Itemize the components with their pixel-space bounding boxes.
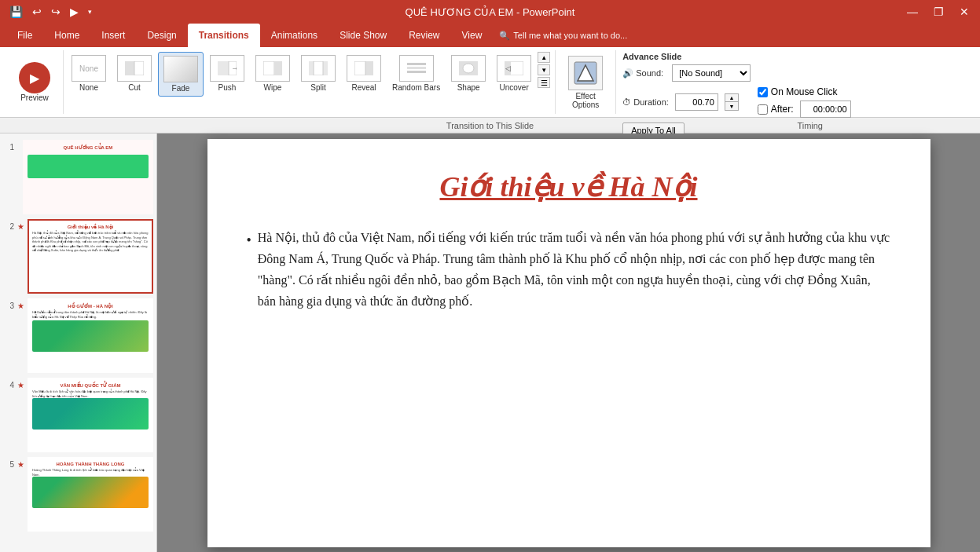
slide-thumb-1[interactable]: QUÊ HƯƠNG CỦA EM [23,140,153,214]
transition-split[interactable]: Split [296,52,340,95]
quick-access-toolbar: 💾 ↩ ↪ ▶ ▾ [6,4,95,20]
present-icon[interactable]: ▶ [67,4,82,20]
tell-me-bar[interactable]: 🔍 Tell me what you want to do... [499,31,627,41]
thumb-text-5: Hoàng Thành Thăng Long là di tích lịch s… [32,468,149,477]
tab-slideshow[interactable]: Slide Show [329,24,398,47]
wipe-label: Wipe [264,83,282,92]
ribbon-tabs: File Home Insert Design Transitions Anim… [0,24,980,47]
redo-icon[interactable]: ↪ [48,4,64,20]
duration-up[interactable]: ▲ [725,94,738,102]
push-label: Push [218,83,237,92]
sound-row: 🔊 Sound: [No Sound] [622,64,850,82]
shape-label: Shape [457,83,480,92]
tab-home[interactable]: Home [43,24,90,47]
reveal-label: Reveal [351,83,376,92]
ribbon-content: ▶ Preview None None Cut Fade [0,47,980,118]
slide-thumb-3[interactable]: HỒ GƯƠM - HÀ NỘI Hồ Gươm nằm ở trung tâm… [28,298,153,373]
sound-select[interactable]: [No Sound] [672,64,751,82]
transition-fade[interactable]: Fade [158,52,204,97]
duration-down[interactable]: ▼ [725,102,738,110]
slide-thumb-4[interactable]: VĂN MIẾU QUỐC TỬ GIÁM Văn Miếu là di tíc… [28,378,153,452]
transition-none[interactable]: None None [67,52,111,95]
thumb-text-4: Văn Miếu là di tích lịch sử văn hóa đặc … [32,389,149,398]
slide-item-4[interactable]: 4 ★ VĂN MIẾU QUỐC TỬ GIÁM Văn Miếu là di… [3,378,153,452]
effect-options-label: Effect Options [572,92,599,109]
tab-review[interactable]: Review [398,24,450,47]
thumb-image-3 [32,320,149,352]
preview-group: ▶ Preview [6,50,64,114]
undo-icon[interactable]: ↩ [29,4,45,20]
thumb-content-5: HOÀNG THÀNH THĂNG LONG Hoàng Thành Thăng… [29,459,152,530]
slide-number-2: 2 [3,222,14,231]
title-bar: 💾 ↩ ↪ ▶ ▾ QUÊ HƯƠNG CỦA EM - PowerPoint … [0,0,980,24]
main-area: 1 QUÊ HƯƠNG CỦA EM 2 ★ Giới thiệu về Hà … [0,133,980,552]
svg-rect-5 [263,61,274,75]
slide-area: Giới thiệu về Hà Nội • Hà Nội, thủ đô củ… [157,133,980,552]
slide-item-2[interactable]: 2 ★ Giới thiệu về Hà Nội Hà Nội, thủ đô … [3,219,153,294]
advance-options: On Mouse Click After: 00:00:00 [758,86,851,118]
window-title: QUÊ HƯƠNG CỦA EM - PowerPoint [406,6,575,18]
preview-group-items: ▶ Preview [13,52,57,112]
minimize-button[interactable]: — [902,4,923,20]
slide-item-5[interactable]: 5 ★ HOÀNG THÀNH THĂNG LONG Hoàng Thành T… [3,457,153,532]
transition-push[interactable]: → Push [205,52,249,95]
thumb-title-3: HỒ GƯƠM - HÀ NỘI [32,303,149,309]
quick-access-icons: 💾 ↩ ↪ ▶ ▾ [6,4,95,20]
transition-uncover[interactable]: ◁ Uncover [492,52,536,95]
slide-item-1[interactable]: 1 QUÊ HƯƠNG CỦA EM [3,140,153,214]
effect-options-button[interactable]: Effect Options [562,53,609,112]
dropdown-icon[interactable]: ▾ [85,6,95,17]
tab-animations[interactable]: Animations [260,24,329,47]
slide-number-5: 5 [3,460,14,469]
scroll-down[interactable]: ▼ [538,64,550,75]
after-checkbox: After: 00:00:00 [758,101,851,118]
transition-shape[interactable]: Shape [446,52,490,95]
svg-rect-13 [407,71,426,73]
advance-slide-title: Advance Slide [622,52,681,61]
thumb-title-1: QUÊ HƯƠNG CỦA EM [28,144,149,150]
tab-file[interactable]: File [6,24,43,47]
thumb-title-5: HOÀNG THÀNH THĂNG LONG [32,462,149,466]
slide-number-4: 4 [3,381,14,389]
slide-star-5: ★ [17,460,24,469]
uncover-label: Uncover [500,83,529,92]
duration-input[interactable]: 00.70 [675,93,718,111]
fade-label: Fade [172,84,190,93]
transition-random-bars[interactable]: Random Bars [387,52,445,95]
tab-view[interactable]: View [451,24,494,47]
slide-star-3: ★ [17,302,24,310]
random-bars-icon [399,55,434,82]
transition-cut[interactable]: Cut [112,52,156,95]
after-label: After: [771,104,794,115]
reveal-icon [347,55,381,82]
save-icon[interactable]: 💾 [6,4,26,20]
thumb-image-4 [32,398,149,430]
maximize-button[interactable]: ❐ [929,4,949,20]
scroll-up[interactable]: ▲ [538,52,550,63]
tab-insert[interactable]: Insert [90,24,136,47]
slide-thumb-5[interactable]: HOÀNG THÀNH THĂNG LONG Hoàng Thành Thăng… [28,457,153,532]
svg-rect-0 [125,61,134,75]
slide-number-3: 3 [3,302,14,310]
none-icon: None [72,55,106,82]
scroll-more[interactable]: ☰ [538,77,550,88]
svg-rect-1 [134,61,144,75]
slide-star-4: ★ [17,381,24,389]
transition-reveal[interactable]: Reveal [342,52,386,95]
svg-rect-8 [314,61,323,75]
after-time-input[interactable]: 00:00:00 [800,101,851,118]
close-button[interactable]: ✕ [955,4,974,20]
on-mouse-click-input[interactable] [758,87,768,97]
slide-item-3[interactable]: 3 ★ HỒ GƯƠM - HÀ NỘI Hồ Gươm nằm ở trung… [3,298,153,373]
transitions-group: None None Cut Fade → Push [64,50,556,114]
tell-me-label: Tell me what you want to do... [513,31,627,40]
after-input[interactable] [758,104,768,115]
slide-thumb-2[interactable]: Giới thiệu về Hà Nội Hà Nội, thủ đô của … [28,219,153,294]
slide-title: Giới thiệu về Hà Nội [247,170,891,203]
preview-button[interactable]: ▶ Preview [13,59,57,105]
thumb-text-3: Hồ Gươm nằm ở trung tâm thành phố Hà Nội… [32,310,149,319]
sound-label: 🔊 Sound: [622,68,666,79]
transition-wipe[interactable]: Wipe [251,52,295,95]
tab-transitions[interactable]: Transitions [188,24,260,47]
tab-design[interactable]: Design [136,24,187,47]
